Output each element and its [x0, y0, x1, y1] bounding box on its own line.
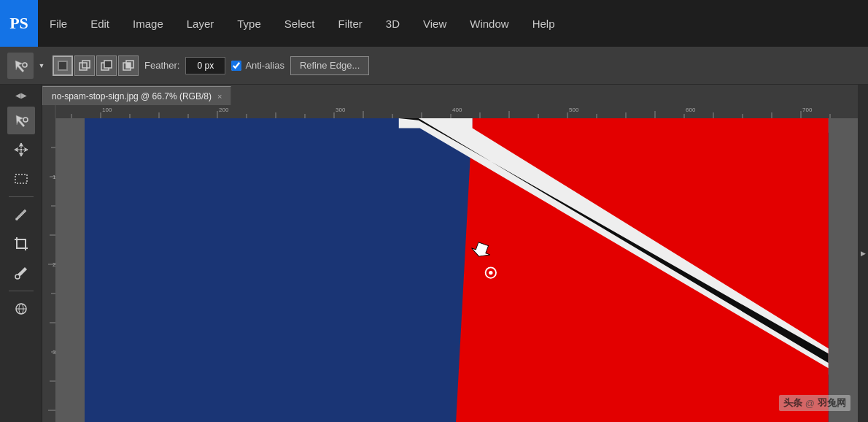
- svg-rect-56: [42, 118, 55, 422]
- menu-select[interactable]: Select: [273, 0, 327, 47]
- menu-help[interactable]: Help: [521, 0, 567, 47]
- anti-alias-label: Anti-alias: [245, 60, 284, 71]
- document-tab-label: no-spam-stop-sign.jpg @ 66.7% (RGB/8): [52, 91, 212, 101]
- menu-file[interactable]: File: [38, 0, 79, 47]
- svg-rect-12: [15, 174, 27, 183]
- sidebar-tool-marquee[interactable]: [7, 165, 35, 193]
- canvas-content: 100 200 300 400 500 600 700: [42, 105, 858, 422]
- sidebar-tool-crop[interactable]: [7, 230, 35, 258]
- ps-logo: PS: [0, 0, 38, 47]
- document-tab[interactable]: no-spam-stop-sign.jpg @ 66.7% (RGB/8) ×: [42, 86, 231, 105]
- svg-text:500: 500: [569, 107, 579, 113]
- ps-logo-text: PS: [9, 14, 28, 33]
- svg-text:200: 200: [219, 107, 229, 113]
- add-selection-btn[interactable]: [74, 55, 95, 76]
- anti-alias-section: Anti-alias: [231, 60, 284, 71]
- sidebar-tool-eyedropper[interactable]: [7, 259, 35, 287]
- svg-rect-3: [80, 63, 87, 70]
- watermark: 头条 @ 羽兔网: [779, 395, 850, 411]
- svg-rect-19: [42, 105, 858, 118]
- anti-alias-checkbox[interactable]: [231, 61, 241, 71]
- panel-collapse[interactable]: ▶: [858, 85, 868, 422]
- svg-point-13: [15, 218, 18, 220]
- new-selection-btn[interactable]: [53, 55, 73, 76]
- subtract-selection-btn[interactable]: [96, 55, 117, 76]
- svg-text:400: 400: [452, 107, 462, 113]
- sidebar-tool-move[interactable]: [7, 136, 35, 164]
- left-sidebar: ◀▶: [0, 85, 42, 422]
- sidebar-tool-brush[interactable]: [7, 201, 35, 229]
- svg-text:300: 300: [336, 107, 346, 113]
- intersect-selection-btn[interactable]: [118, 55, 139, 76]
- svg-rect-6: [104, 61, 112, 68]
- svg-point-98: [489, 271, 492, 275]
- svg-rect-4: [82, 61, 90, 68]
- sidebar-tool-lasso[interactable]: [7, 107, 35, 134]
- svg-text:100: 100: [102, 107, 112, 113]
- options-bar: ▼ Feather: Anti-alias Refine Edge...: [0, 47, 868, 85]
- svg-point-14: [15, 275, 20, 279]
- tool-selector-group: ▼: [7, 53, 47, 79]
- svg-rect-9: [126, 63, 131, 68]
- main-area: ◀▶: [0, 85, 868, 422]
- canvas-area: no-spam-stop-sign.jpg @ 66.7% (RGB/8) ×: [42, 85, 858, 422]
- document-tab-bar: no-spam-stop-sign.jpg @ 66.7% (RGB/8) ×: [42, 85, 858, 105]
- collapse-icon: ▶: [861, 250, 866, 257]
- menu-view[interactable]: View: [411, 0, 458, 47]
- svg-point-10: [23, 118, 28, 122]
- refine-edge-button[interactable]: Refine Edge...: [290, 56, 369, 75]
- menu-edit[interactable]: Edit: [79, 0, 121, 47]
- svg-text:700: 700: [802, 107, 813, 113]
- sidebar-collapse-arrows[interactable]: ◀▶: [15, 91, 27, 99]
- menu-layer[interactable]: Layer: [175, 0, 226, 47]
- menu-3d[interactable]: 3D: [374, 0, 411, 47]
- ruler-horizontal: 100 200 300 400 500 600 700: [42, 105, 858, 118]
- menu-type[interactable]: Type: [225, 0, 273, 47]
- svg-point-0: [23, 63, 27, 67]
- selection-mode-group: [53, 55, 139, 76]
- watermark-at: @: [805, 398, 815, 409]
- sidebar-divider-1: [9, 196, 34, 197]
- svg-text:600: 600: [686, 107, 696, 113]
- menubar: PS File Edit Image Layer Type Select Fil…: [0, 0, 868, 47]
- sidebar-tool-layers[interactable]: [7, 295, 35, 323]
- menu-filter[interactable]: Filter: [327, 0, 374, 47]
- menu-window[interactable]: Window: [458, 0, 520, 47]
- sidebar-divider-2: [9, 291, 34, 291]
- svg-rect-2: [59, 62, 66, 69]
- menu-items: File Edit Image Layer Type Select Filter…: [38, 0, 868, 47]
- menu-image[interactable]: Image: [121, 0, 175, 47]
- ruler-vertical: 100 200 300: [42, 118, 55, 422]
- svg-point-11: [20, 149, 22, 151]
- feather-label: Feather:: [144, 60, 179, 71]
- active-tool-icon[interactable]: [7, 53, 34, 79]
- watermark-text2: 羽兔网: [818, 396, 846, 410]
- watermark-text1: 头条: [783, 396, 802, 410]
- image-canvas: [55, 118, 858, 422]
- feather-input[interactable]: [185, 57, 225, 74]
- document-tab-close[interactable]: ×: [217, 92, 222, 101]
- tool-dropdown-btn[interactable]: ▼: [36, 55, 47, 77]
